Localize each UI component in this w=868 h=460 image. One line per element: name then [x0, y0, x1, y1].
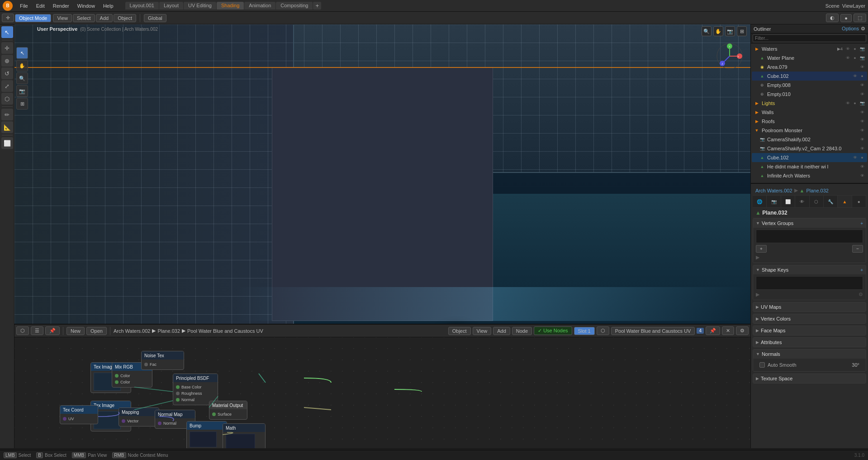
vg-remove-button[interactable]: −	[852, 245, 863, 253]
viewport-hand-tool[interactable]: ✋	[16, 60, 28, 72]
rotate-tool[interactable]: ↺	[1, 67, 13, 79]
prop-tab-render[interactable]: 📷	[767, 196, 781, 207]
outliner-item-waters[interactable]: ▶ Waters ▶4 👁 ● 📷	[752, 44, 867, 53]
ne-bc3[interactable]: Pool Water Blue and Caustocs UV	[187, 328, 263, 334]
node-canvas[interactable]: Tex Image Tex Image Mix RGB Color Col	[14, 337, 750, 448]
item-select[interactable]: ●	[859, 154, 865, 161]
vg-add-button[interactable]: +	[756, 245, 767, 253]
measure-tool[interactable]: 📐	[1, 121, 13, 133]
sk-add-btn[interactable]: +	[860, 268, 863, 273]
item-eye[interactable]: 👁	[859, 163, 865, 170]
outliner-item-walls[interactable]: ▶ Walls 👁	[752, 108, 867, 117]
search-viewport-btn[interactable]: 🔍	[702, 26, 711, 36]
object-button[interactable]: Object	[114, 14, 136, 22]
prop-tab-modifier[interactable]: 🔧	[824, 196, 838, 207]
ne-bc2[interactable]: Plane.032	[157, 328, 180, 334]
ws-layout[interactable]: Layout	[159, 2, 183, 10]
global-transform[interactable]: Global	[144, 14, 166, 22]
ws-animation[interactable]: Animation	[244, 2, 275, 10]
item-eye[interactable]: 👁	[852, 73, 858, 79]
item-select[interactable]: ●	[852, 46, 858, 52]
section-texture-space-header[interactable]: ▶ Texture Space	[753, 374, 866, 383]
navigation-gizmo[interactable]: X Y Z	[716, 43, 743, 70]
ne-view-btn[interactable]: View	[473, 327, 492, 335]
node-coord1[interactable]: Tex Coord UV	[60, 405, 98, 424]
item-render[interactable]: 📷	[859, 55, 865, 61]
ws-layout001[interactable]: Layout.001	[125, 2, 159, 10]
prop-tab-scene[interactable]: 🌐	[753, 196, 767, 207]
mode-selector[interactable]: Object Mode	[15, 14, 51, 22]
menu-render[interactable]: Render	[49, 2, 73, 10]
outliner-item-irradiance[interactable]: ⊕ IrradianceVolume 👁	[752, 180, 867, 184]
item-eye[interactable]: 👁	[859, 136, 865, 143]
outliner-item-camerashakify[interactable]: 📷 CameraShakify.002 👁	[752, 135, 867, 144]
select-tool[interactable]: ↖	[1, 26, 13, 38]
vg-expand-arrow[interactable]: ▶	[756, 254, 759, 260]
hand-tool-btn[interactable]: ✋	[713, 26, 723, 36]
item-eye[interactable]: 👁	[859, 118, 865, 125]
ne-object-btn[interactable]: Object	[448, 327, 471, 335]
add-primitive-tool[interactable]: ⬜	[1, 137, 13, 149]
ne-header-icon[interactable]: ☰	[31, 326, 43, 335]
item-eye[interactable]: 👁	[859, 109, 865, 115]
section-face-maps-header[interactable]: ▶ Face Maps	[753, 326, 866, 335]
ne-pin-btn[interactable]: 📌	[45, 326, 60, 335]
add-workspace-button[interactable]: +	[313, 2, 321, 10]
prop-tab-output[interactable]: ⬜	[781, 196, 795, 207]
menu-window[interactable]: Window	[74, 2, 99, 10]
item-eye[interactable]: 👁	[859, 64, 865, 70]
scale-tool[interactable]: ⤢	[1, 80, 13, 92]
item-eye[interactable]: 👁	[859, 91, 865, 97]
item-select[interactable]: ●	[859, 73, 865, 79]
prop-tab-mesh[interactable]: ▲	[838, 196, 852, 207]
item-select[interactable]: ●	[852, 55, 858, 61]
ne-use-nodes-check[interactable]: ✓ Use Nodes	[534, 326, 572, 335]
outliner-item-cube102-2[interactable]: ▲ Cube.102 👁 ●	[752, 153, 867, 162]
select-button[interactable]: Select	[73, 14, 95, 22]
outliner-item-poolroom[interactable]: ▼ Poolroom Monster 👁	[752, 126, 867, 135]
outliner-item-cube102-1[interactable]: ▲ Cube.102 👁 ●	[752, 72, 867, 81]
scene-name[interactable]: Scene	[825, 3, 840, 9]
outliner-filter-icon[interactable]: ⚙	[861, 26, 865, 32]
ne-type-icon[interactable]: ⬡	[16, 326, 29, 335]
auto-smooth-toggle[interactable]	[759, 362, 765, 368]
view-layer-name[interactable]: ViewLayer	[842, 3, 865, 9]
viewport-select-tool[interactable]: ↖	[16, 47, 28, 59]
item-render[interactable]: 📷	[859, 100, 865, 106]
outliner-item-roofs[interactable]: ▶ Roofs 👁	[752, 117, 867, 126]
outliner-item-he-didnt[interactable]: ▲ He didnt make it neither wi l 👁	[752, 162, 867, 171]
outliner-item-empty010[interactable]: ⊕ Empty.010 👁	[752, 90, 867, 99]
ne-open-btn[interactable]: Open	[86, 327, 107, 335]
section-uv-maps-header[interactable]: ▶ UV Maps	[753, 302, 866, 311]
outliner-item-water-plane[interactable]: ▲ Water Plane 👁 ● 📷	[752, 53, 867, 62]
section-shape-keys-header[interactable]: ▼ Shape Keys +	[753, 265, 866, 274]
ne-settings-btn[interactable]: ⚙	[736, 326, 749, 335]
annotate-tool[interactable]: ✏	[1, 109, 13, 120]
ne-material-preview[interactable]: ⬡	[597, 326, 609, 335]
ne-close-mat-btn[interactable]: ✕	[722, 326, 734, 335]
ws-shading[interactable]: Shading	[217, 2, 244, 10]
vg-add-btn[interactable]: +	[860, 221, 863, 226]
menu-help[interactable]: Help	[100, 2, 117, 10]
node-mapping1[interactable]: Mapping Vector	[119, 407, 159, 426]
item-render[interactable]: 📷	[859, 46, 865, 52]
item-select[interactable]: ●	[852, 100, 858, 106]
node-bump1[interactable]: Bump	[186, 421, 227, 448]
viewport-grid-icon[interactable]: ⊞	[16, 98, 28, 110]
sk-expand-arrow[interactable]: ▶	[756, 292, 759, 298]
menu-edit[interactable]: Edit	[33, 2, 48, 10]
viewport-shading-render[interactable]: ●	[840, 14, 852, 22]
outliner-filter-input[interactable]	[753, 34, 866, 42]
prop-bc1[interactable]: Arch Waters.002	[755, 188, 792, 193]
item-eye[interactable]: 👁	[859, 127, 865, 134]
node-noise1[interactable]: Noise Tex Fac	[141, 351, 184, 370]
camera-view-btn[interactable]: 📷	[725, 26, 735, 36]
move-tool[interactable]: ⊕	[1, 55, 13, 67]
item-eye[interactable]: 👁	[859, 145, 865, 152]
ne-bc1[interactable]: Arch Waters.002	[114, 328, 151, 334]
prop-bc2[interactable]: Plane.032	[806, 188, 829, 193]
section-normals-header[interactable]: ▼ Normals	[753, 350, 866, 359]
section-vertex-colors-header[interactable]: ▶ Vertex Colors	[753, 314, 866, 323]
viewport-camera-icon[interactable]: 📷	[16, 85, 28, 97]
item-eye[interactable]: 👁	[859, 82, 865, 88]
